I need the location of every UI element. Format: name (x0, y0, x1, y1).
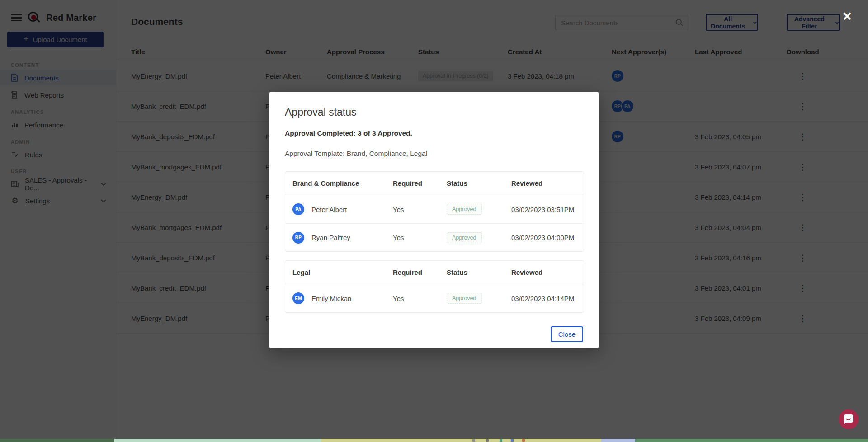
modal-title: Approval status (285, 106, 583, 118)
group-name: Brand & Compliance (292, 179, 393, 187)
chat-launcher-button[interactable] (839, 409, 859, 429)
close-icon[interactable]: × (843, 8, 852, 24)
col-required: Required (393, 179, 447, 187)
avatar: EM (292, 292, 304, 304)
strip-segment (601, 439, 635, 442)
avatar: RP (292, 232, 304, 244)
approver-row: EM Emily Mickan Yes Approved 03/02/2023 … (285, 284, 584, 312)
approval-summary: Approval Completed: 3 of 3 Approved. (285, 129, 583, 137)
screen: Red Marker + Upload Document CONTENT Doc… (0, 0, 868, 442)
status-badge: Approved (447, 232, 482, 243)
col-reviewed: Reviewed (511, 179, 584, 187)
col-required: Required (393, 268, 447, 276)
required-value: Yes (393, 206, 447, 213)
approver-name: Emily Mickan (311, 295, 351, 302)
col-status: Status (447, 268, 511, 276)
approver-row: PA Peter Albert Yes Approved 03/02/2023 … (285, 195, 584, 223)
status-badge: Approved (447, 204, 482, 215)
approval-template: Approval Template: Brand, Compliance, Le… (285, 150, 583, 158)
strip-segment (0, 439, 114, 442)
avatar: PA (292, 203, 304, 215)
strip-segment (321, 439, 601, 442)
approval-group-brand-compliance: Brand & Compliance Required Status Revie… (285, 171, 584, 252)
approval-status-modal: Approval status Approval Completed: 3 of… (269, 92, 599, 348)
close-button[interactable]: Close (551, 326, 583, 342)
strip-segment (114, 439, 321, 442)
approver-name: Peter Albert (311, 206, 347, 213)
reviewed-value: 03/02/2023 04:00PM (511, 234, 584, 241)
required-value: Yes (393, 234, 447, 241)
background-window-strip (0, 439, 868, 442)
reviewed-value: 03/02/2023 03:51PM (511, 206, 584, 213)
approval-group-legal: Legal Required Status Reviewed EM Emily … (285, 260, 584, 313)
strip-segment (635, 439, 868, 442)
approver-row: RP Ryan Palfrey Yes Approved 03/02/2023 … (285, 223, 584, 251)
required-value: Yes (393, 295, 447, 302)
group-name: Legal (292, 268, 393, 276)
status-badge: Approved (447, 293, 482, 304)
reviewed-value: 03/02/2023 04:14PM (511, 295, 584, 302)
col-status: Status (447, 179, 511, 187)
chat-bubble-icon (844, 414, 853, 423)
col-reviewed: Reviewed (511, 268, 584, 276)
approver-name: Ryan Palfrey (311, 234, 350, 241)
